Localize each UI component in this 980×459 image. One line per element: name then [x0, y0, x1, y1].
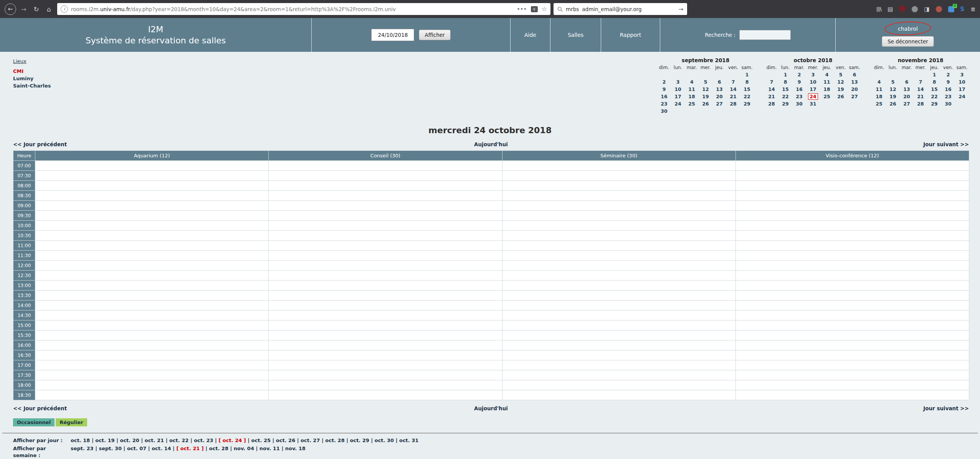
booking-slot[interactable]: [269, 291, 502, 300]
calendar-day[interactable]: 13: [902, 86, 911, 92]
calendar-day[interactable]: 28: [767, 101, 776, 107]
time-label[interactable]: 18:30: [13, 390, 35, 400]
calendar-day[interactable]: 7: [769, 79, 775, 85]
today-link-bottom[interactable]: Aujourd'hui: [332, 405, 650, 411]
calendar-day[interactable]: 14: [729, 86, 737, 92]
booking-slot[interactable]: [35, 231, 269, 241]
calendar-day[interactable]: 1: [783, 72, 788, 78]
calendar-day[interactable]: 9: [797, 79, 802, 85]
nav-rapport[interactable]: Rapport: [601, 18, 660, 52]
calendar-day[interactable]: 31: [808, 101, 817, 107]
nav-salles[interactable]: Salles: [550, 18, 601, 52]
booking-slot[interactable]: [502, 291, 735, 300]
time-label[interactable]: 12:00: [13, 261, 35, 271]
booking-slot[interactable]: [735, 191, 969, 201]
calendar-day[interactable]: 20: [715, 94, 724, 99]
booking-slot[interactable]: [502, 350, 735, 360]
booking-slot[interactable]: [35, 310, 269, 320]
time-label[interactable]: 17:00: [13, 360, 35, 370]
booking-slot[interactable]: [735, 310, 969, 320]
booking-slot[interactable]: [502, 171, 735, 181]
calendar-day[interactable]: 2: [945, 72, 951, 78]
calendar-day[interactable]: 8: [783, 79, 788, 85]
booking-slot[interactable]: [735, 340, 969, 350]
today-link[interactable]: Aujourd'hui: [332, 141, 650, 147]
booking-slot[interactable]: [735, 291, 969, 300]
footer-nav-link[interactable]: oct. 29: [350, 438, 369, 443]
url-text[interactable]: rooms.i2m.univ-amu.fr/day.php?year=2018&…: [71, 6, 514, 12]
calendar-day[interactable]: 11: [874, 86, 883, 92]
nav-aide[interactable]: Aide: [511, 18, 550, 52]
time-label[interactable]: 10:00: [13, 221, 35, 231]
calendar-day[interactable]: 23: [944, 94, 952, 99]
calendar-day[interactable]: 23: [659, 101, 668, 107]
booking-slot[interactable]: [35, 211, 269, 221]
booking-slot[interactable]: [269, 370, 502, 380]
calendar-day[interactable]: 20: [850, 86, 859, 92]
booking-slot[interactable]: [269, 330, 502, 340]
calendar-day[interactable]: 26: [701, 101, 710, 107]
footer-nav-link[interactable]: nov. 04: [234, 446, 254, 451]
next-day-link-bottom[interactable]: Jour suivant >>: [650, 405, 969, 411]
footer-nav-link[interactable]: oct. 22: [169, 438, 188, 443]
calendar-day[interactable]: 1: [744, 72, 750, 78]
room-header[interactable]: Visio-conférence (12): [735, 151, 969, 161]
privacy-extension-icon[interactable]: [936, 6, 942, 12]
calendar-day[interactable]: 12: [701, 86, 710, 92]
calendar-day[interactable]: 11: [822, 79, 831, 85]
calendar-day[interactable]: 8: [932, 79, 937, 85]
room-header[interactable]: Conseil (30): [269, 151, 502, 161]
booking-slot[interactable]: [502, 271, 735, 281]
booking-slot[interactable]: [269, 221, 502, 231]
calendar-day[interactable]: 2: [797, 72, 802, 78]
booking-slot[interactable]: [502, 261, 735, 271]
booking-slot[interactable]: [269, 271, 502, 281]
calendar-day[interactable]: 22: [781, 94, 790, 99]
calendar-month-title[interactable]: novembre 2018: [872, 57, 969, 63]
booking-slot[interactable]: [269, 251, 502, 261]
booking-slot[interactable]: [35, 380, 269, 390]
booking-slot[interactable]: [269, 161, 502, 171]
booking-slot[interactable]: [735, 241, 969, 251]
booking-slot[interactable]: [502, 251, 735, 261]
footer-nav-link[interactable]: oct. 27: [301, 438, 320, 443]
calendar-day[interactable]: 26: [888, 101, 897, 107]
time-label[interactable]: 11:00: [13, 241, 35, 251]
booking-slot[interactable]: [35, 191, 269, 201]
footer-nav-link[interactable]: oct. 26: [276, 438, 295, 443]
booking-slot[interactable]: [269, 201, 502, 211]
booking-slot[interactable]: [269, 350, 502, 360]
calendar-day[interactable]: 17: [957, 86, 966, 92]
afficher-button[interactable]: Afficher: [419, 30, 450, 40]
time-label[interactable]: 16:30: [13, 350, 35, 360]
booking-slot[interactable]: [735, 380, 969, 390]
session-extension-icon[interactable]: S: [960, 6, 965, 13]
calendar-day[interactable]: 28: [729, 101, 737, 107]
time-label[interactable]: 08:00: [13, 181, 35, 191]
booking-slot[interactable]: [35, 251, 269, 261]
room-header[interactable]: Séminaire (30): [502, 151, 735, 161]
calendar-day[interactable]: 5: [703, 79, 709, 85]
calendar-day[interactable]: 3: [810, 72, 816, 78]
calendar-day[interactable]: 14: [916, 86, 925, 92]
calendar-day[interactable]: 25: [822, 94, 831, 99]
booking-slot[interactable]: [502, 380, 735, 390]
time-label[interactable]: 09:00: [13, 201, 35, 211]
calendar-day[interactable]: 17: [673, 94, 682, 99]
time-label[interactable]: 18:00: [13, 380, 35, 390]
prev-day-link[interactable]: << Jour précédent: [13, 141, 332, 147]
time-label[interactable]: 13:00: [13, 281, 35, 291]
notes-extension-icon[interactable]: 0: [948, 6, 954, 12]
footer-nav-link[interactable]: sept. 30: [99, 446, 122, 451]
ghostery-icon[interactable]: [912, 6, 918, 12]
time-label[interactable]: 07:30: [13, 171, 35, 181]
booking-slot[interactable]: [502, 231, 735, 241]
time-label[interactable]: 13:30: [13, 291, 35, 300]
booking-slot[interactable]: [35, 320, 269, 330]
booking-slot[interactable]: [735, 271, 969, 281]
calendar-day[interactable]: 1: [932, 72, 937, 78]
booking-slot[interactable]: [35, 261, 269, 271]
reload-button[interactable]: ↻: [31, 5, 41, 13]
time-label[interactable]: 14:30: [13, 310, 35, 320]
booking-slot[interactable]: [735, 171, 969, 181]
